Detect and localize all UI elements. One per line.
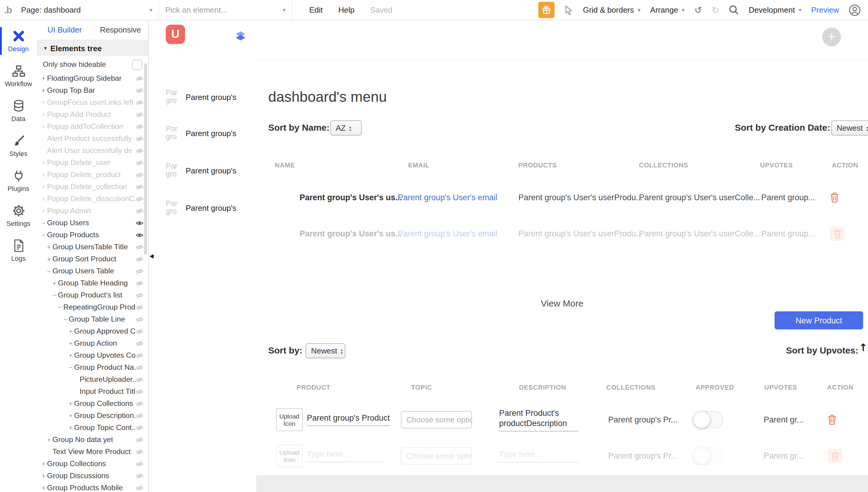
grid-borders-menu[interactable]: Grid & borders ▾ — [583, 5, 640, 15]
eye-off-icon[interactable] — [136, 207, 143, 214]
eye-off-icon[interactable] — [136, 183, 143, 190]
edit-menu[interactable]: Edit — [309, 5, 323, 15]
sort-name-select[interactable]: AZ ▴▾ — [330, 120, 362, 136]
sort-by-select[interactable]: Newest ▴▾ — [306, 343, 345, 358]
tree-item[interactable]: Alert User successfully de — [37, 145, 148, 156]
nav-settings[interactable]: Settings — [0, 198, 37, 233]
column-header[interactable]: UPVOTES — [764, 384, 797, 391]
sort-upvotes-arrow-icon[interactable]: ↑ — [859, 341, 868, 353]
eye-off-icon[interactable] — [136, 195, 143, 202]
nav-logs[interactable]: Logs — [0, 233, 37, 268]
eye-off-icon[interactable] — [136, 448, 143, 455]
eye-off-icon[interactable] — [136, 304, 143, 311]
expander-icon[interactable]: + — [42, 460, 47, 467]
page-sidebar-element[interactable]: U Par gro Parent group's Par gro Parent … — [148, 20, 257, 492]
tree-item[interactable]: +GroupFocus userLinks left — [37, 96, 148, 108]
sidebar-item-label[interactable]: Parent group's — [186, 93, 236, 101]
eye-off-icon[interactable] — [136, 472, 143, 479]
sidebar-menu-item[interactable]: Par gro Parent group's — [166, 199, 236, 217]
topic-dropdown[interactable]: Choose some option — [401, 447, 472, 465]
eye-off-icon[interactable] — [136, 364, 143, 371]
user-name-cell[interactable]: Parent group's User's us... — [300, 229, 402, 238]
nav-styles[interactable]: Styles — [0, 128, 37, 163]
tree-item[interactable]: +Group No data yet — [37, 434, 148, 446]
delete-product-button[interactable] — [828, 449, 842, 463]
only-show-hideable-checkbox[interactable] — [132, 59, 142, 70]
topic-dropdown[interactable]: Choose some option — [401, 411, 472, 428]
column-header[interactable]: ACTION — [827, 384, 853, 391]
tree-item[interactable]: +Group Approved C... — [37, 325, 148, 337]
tree-item[interactable]: +Popup Delete_disscutionC... — [37, 193, 148, 205]
eye-off-icon[interactable] — [136, 256, 143, 262]
eye-off-icon[interactable] — [136, 268, 143, 274]
column-header[interactable]: PRODUCT — [297, 384, 330, 391]
expander-icon[interactable]: − — [58, 303, 63, 311]
column-header[interactable]: UPVOTES — [760, 162, 793, 169]
user-name-cell[interactable]: Parent group's User's us... — [300, 193, 402, 202]
eye-off-icon[interactable] — [136, 87, 143, 94]
user-upvotes-cell[interactable]: Parent group... — [761, 229, 815, 238]
expander-icon[interactable]: + — [42, 123, 47, 130]
expander-icon[interactable]: + — [47, 243, 52, 250]
eye-off-icon[interactable] — [136, 75, 143, 81]
tree-item[interactable]: +Group Upvotes Co... — [37, 349, 148, 361]
expander-icon[interactable]: − — [52, 292, 58, 299]
tree-item[interactable]: +Group UsersTable Title — [37, 241, 148, 253]
tree-item[interactable]: PictureUploader... — [37, 373, 148, 386]
app-logo[interactable]: U — [166, 25, 185, 44]
tree-item[interactable]: +Popup Admin — [37, 205, 148, 217]
tree-item[interactable]: Alert Product successfully — [37, 132, 148, 145]
user-email-link[interactable]: Parent group's User's email — [398, 229, 497, 238]
panel-scrollbar[interactable] — [144, 63, 147, 255]
product-description-input[interactable]: Type here... — [499, 449, 579, 463]
eye-off-icon[interactable] — [136, 123, 143, 130]
tree-item[interactable]: +Group Sort Product — [37, 253, 148, 265]
expander-icon[interactable]: + — [69, 412, 74, 419]
tree-item[interactable]: +Popup Add Product — [37, 108, 148, 120]
picture-uploader[interactable]: Upload Icon — [276, 408, 303, 431]
eye-off-icon[interactable] — [136, 99, 143, 106]
eye-off-icon[interactable] — [136, 460, 143, 467]
tree-item[interactable]: −Group Users Table — [37, 265, 148, 277]
page-title[interactable]: dashboard's menu — [268, 89, 387, 105]
delete-product-button[interactable] — [828, 415, 837, 425]
product-collections-cell[interactable]: Parent group's Pr... — [608, 451, 678, 460]
eye-icon[interactable] — [136, 220, 143, 226]
user-products-cell[interactable]: Parent group's User's userProdu... — [518, 229, 643, 238]
tree-item[interactable]: +FloatingGroup Sidebar — [37, 72, 148, 84]
tree-item[interactable]: +Group Top Bar — [37, 84, 148, 96]
delete-user-button[interactable] — [830, 226, 844, 241]
users-table-row[interactable]: Parent group's User's us... Parent group… — [256, 179, 868, 216]
page-selector[interactable]: Page: dashboard ▾ — [20, 0, 159, 20]
element-picker[interactable]: Pick an element... ▾ — [159, 0, 292, 20]
help-menu[interactable]: Help — [338, 5, 355, 15]
sort-by-name-label[interactable]: Sort by Name: — [268, 122, 329, 132]
collapse-panel-button[interactable]: ◀ — [149, 253, 154, 259]
expander-icon[interactable]: + — [69, 400, 74, 407]
nav-data[interactable]: Data — [0, 93, 37, 128]
expander-icon[interactable]: + — [42, 472, 47, 479]
expander-icon[interactable]: + — [69, 352, 74, 359]
user-products-cell[interactable]: Parent group's User's userProdu... — [518, 193, 643, 202]
tree-item[interactable]: +Group Collections ... — [37, 397, 148, 410]
expander-icon[interactable]: + — [42, 207, 47, 214]
column-header[interactable]: PRODUCTS — [518, 162, 557, 169]
clipped-text-element[interactable]: Par gro — [166, 125, 182, 141]
eye-off-icon[interactable] — [136, 171, 143, 178]
tree-item[interactable]: −Group Users — [37, 217, 148, 229]
eye-off-icon[interactable] — [136, 244, 143, 250]
tree-item[interactable]: +Group Action — [37, 337, 148, 349]
column-header[interactable]: COLLECTIONS — [606, 384, 656, 391]
expander-icon[interactable]: + — [42, 75, 47, 82]
environment-selector[interactable]: Development ▾ — [749, 5, 801, 15]
eye-off-icon[interactable] — [136, 485, 143, 491]
expander-icon[interactable]: + — [42, 183, 47, 190]
tree-item[interactable]: +Group Products Mobile — [37, 482, 148, 492]
expander-icon[interactable]: + — [69, 327, 74, 335]
user-collections-cell[interactable]: Parent group's User's userColle... — [639, 193, 760, 202]
expander-icon[interactable]: − — [47, 267, 52, 275]
tree-item[interactable]: Input Product Title — [37, 386, 148, 397]
sidebar-menu-item[interactable]: Par gro Parent group's — [166, 162, 236, 179]
approved-toggle[interactable] — [693, 447, 723, 464]
tree-item[interactable]: +Popup Delete_user — [37, 156, 148, 169]
